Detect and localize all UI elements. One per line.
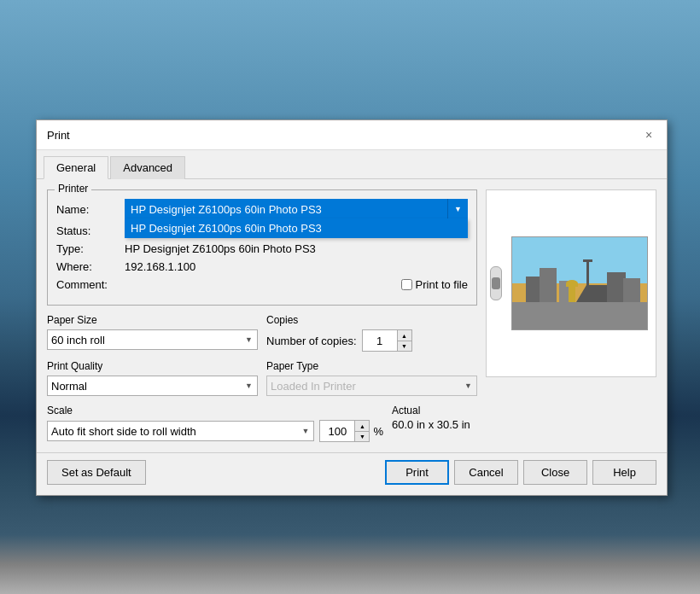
tab-bar: General Advanced bbox=[37, 150, 667, 179]
print-button[interactable]: Print bbox=[385, 460, 449, 485]
scale-percent-input[interactable] bbox=[320, 421, 354, 441]
print-dialog: Print × General Advanced Printer Name: H… bbox=[36, 119, 668, 496]
scale-percent-label: % bbox=[373, 425, 383, 438]
preview-panel bbox=[486, 189, 656, 377]
scale-decrement-button[interactable]: ▼ bbox=[355, 431, 369, 441]
scale-label: Scale bbox=[47, 405, 383, 416]
print-to-file-label: Print to file bbox=[416, 278, 468, 291]
paper-size-dropdown[interactable]: 60 inch roll bbox=[47, 329, 258, 350]
preview-statue bbox=[569, 285, 575, 302]
printer-type-label: Type: bbox=[56, 242, 125, 255]
print-quality-dropdown[interactable]: Normal Best Draft bbox=[47, 376, 258, 396]
printer-where-row: Where: 192.168.1.100 bbox=[56, 260, 468, 273]
preview-building-2 bbox=[540, 268, 557, 302]
printer-type-row: Type: HP Designjet Z6100ps 60in Photo PS… bbox=[56, 242, 468, 255]
help-button[interactable]: Help bbox=[592, 460, 656, 485]
printer-where-value: 192.168.1.100 bbox=[125, 260, 195, 273]
printer-where-label: Where: bbox=[56, 260, 125, 273]
tab-general[interactable]: General bbox=[44, 156, 108, 179]
printer-dropdown-item-selected[interactable]: HP Designjet Z6100ps 60in Photo PS3 bbox=[125, 219, 467, 237]
number-of-copies-label: Number of copies: bbox=[266, 335, 357, 347]
copies-col: Copies Number of copies: ▲ ▼ bbox=[266, 314, 477, 352]
printer-name-row: Name: HP Designjet Z6100ps 60in Photo PS… bbox=[56, 199, 468, 219]
print-quality-dropdown-wrapper: Normal Best Draft bbox=[47, 376, 258, 396]
dialog-title: Print bbox=[47, 129, 70, 142]
preview-scrollbar[interactable] bbox=[490, 266, 502, 300]
copies-increment-button[interactable]: ▲ bbox=[398, 330, 411, 341]
paper-type-col: Paper Type Loaded In Printer bbox=[266, 360, 477, 396]
scale-percent-spinner-buttons: ▲ ▼ bbox=[354, 421, 369, 441]
quality-papertype-row: Print Quality Normal Best Draft Paper Ty… bbox=[47, 360, 477, 396]
print-to-file-checkbox[interactable] bbox=[401, 279, 412, 290]
button-row: Set as Default Print Cancel Close Help bbox=[37, 452, 667, 495]
scale-percent-group: ▲ ▼ % bbox=[319, 420, 383, 442]
preview-skyline bbox=[512, 237, 647, 329]
dialog-content: Printer Name: HP Designjet Z6100ps 60in … bbox=[37, 179, 667, 452]
close-dialog-button[interactable]: Close bbox=[523, 460, 587, 485]
preview-image bbox=[511, 236, 648, 330]
print-quality-label: Print Quality bbox=[47, 360, 258, 372]
scale-actual-row: Scale Auto fit short side to roll width … bbox=[47, 405, 477, 442]
preview-eiffel-tower bbox=[586, 259, 589, 302]
scale-mode-dropdown-wrapper: Auto fit short side to roll width Custom… bbox=[47, 421, 314, 441]
printer-type-value: HP Designjet Z6100ps 60in Photo PS3 bbox=[125, 242, 316, 255]
printer-status-label: Status: bbox=[56, 224, 125, 237]
scale-mode-dropdown[interactable]: Auto fit short side to roll width Custom… bbox=[47, 421, 314, 441]
printer-group-label: Printer bbox=[55, 183, 91, 195]
actual-label: Actual bbox=[392, 405, 477, 416]
scale-increment-button[interactable]: ▲ bbox=[355, 421, 369, 431]
copies-input[interactable] bbox=[363, 330, 397, 351]
paper-type-label: Paper Type bbox=[266, 360, 477, 372]
print-quality-col: Print Quality Normal Best Draft bbox=[47, 360, 258, 396]
copies-spinner: ▲ ▼ bbox=[362, 329, 412, 352]
printer-comment-row: Comment: Print to file bbox=[56, 278, 468, 291]
tab-advanced[interactable]: Advanced bbox=[110, 156, 185, 179]
printer-name-dropdown-btn[interactable]: HP Designjet Z6100ps 60in Photo PS3 bbox=[125, 199, 468, 219]
paper-size-label: Paper Size bbox=[47, 314, 258, 326]
paper-type-dropdown: Loaded In Printer bbox=[266, 376, 477, 396]
paper-copies-row: Paper Size 60 inch roll Copies Number of… bbox=[47, 314, 477, 352]
actual-col: Actual 60.0 in x 30.5 in bbox=[392, 405, 477, 442]
printer-group: Printer Name: HP Designjet Z6100ps 60in … bbox=[47, 189, 477, 306]
paper-size-col: Paper Size 60 inch roll bbox=[47, 314, 258, 352]
scale-col: Scale Auto fit short side to roll width … bbox=[47, 405, 383, 442]
scale-percent-input-wrapper: ▲ ▼ bbox=[319, 420, 370, 442]
preview-building-5 bbox=[623, 278, 640, 302]
close-button[interactable]: × bbox=[641, 127, 656, 143]
copies-decrement-button[interactable]: ▼ bbox=[398, 341, 411, 351]
set-as-default-button[interactable]: Set as Default bbox=[47, 460, 146, 485]
copies-spinner-buttons: ▲ ▼ bbox=[397, 330, 411, 351]
actual-value: 60.0 in x 30.5 in bbox=[392, 418, 477, 431]
left-panel: Printer Name: HP Designjet Z6100ps 60in … bbox=[47, 189, 477, 442]
scale-controls-row: Auto fit short side to roll width Custom… bbox=[47, 420, 383, 442]
copies-spinner-group: Number of copies: ▲ ▼ bbox=[266, 329, 477, 352]
paper-type-dropdown-wrapper: Loaded In Printer bbox=[266, 376, 477, 396]
printer-comment-label: Comment: bbox=[56, 278, 125, 291]
printer-name-dropdown-container: HP Designjet Z6100ps 60in Photo PS3 ▼ HP… bbox=[125, 199, 468, 219]
printer-name-dropdown-arrow[interactable]: ▼ bbox=[447, 199, 468, 219]
title-bar: Print × bbox=[37, 120, 667, 150]
cancel-button[interactable]: Cancel bbox=[454, 460, 518, 485]
printer-name-label: Name: bbox=[56, 203, 125, 216]
preview-scroll-thumb bbox=[492, 277, 500, 289]
copies-label: Copies bbox=[266, 314, 477, 326]
printer-name-dropdown-list: HP Designjet Z6100ps 60in Photo PS3 bbox=[125, 218, 468, 238]
paper-size-dropdown-wrapper: 60 inch roll bbox=[47, 329, 258, 350]
